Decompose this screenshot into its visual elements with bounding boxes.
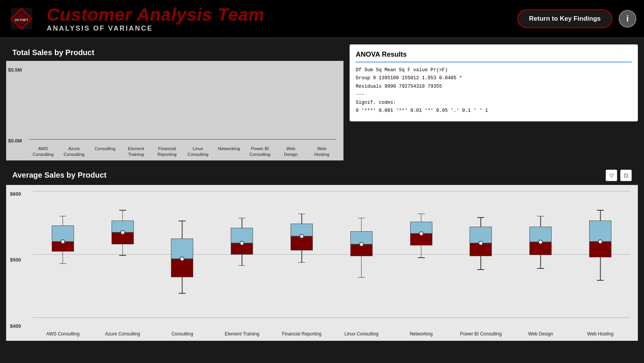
bar-chart-title: Total Sales by Product <box>12 48 94 57</box>
whisker-top-line <box>481 217 481 227</box>
whisker-bottom-line <box>481 256 481 269</box>
whisker-bottom-cap <box>477 269 484 270</box>
anova-title: ANOVA Results <box>356 51 632 62</box>
whisker-bottom-line <box>122 244 123 255</box>
whisker-bottom-cap <box>358 277 365 278</box>
bp-group <box>332 191 391 314</box>
whisker-top-cap <box>358 218 365 219</box>
whisker-bottom-cap <box>537 268 544 269</box>
bp-y-axis: $600 $500 $400 <box>10 191 21 329</box>
bp-group <box>33 191 93 314</box>
y-label-top: $0.5M <box>8 67 22 73</box>
median-dot <box>359 242 364 247</box>
bp-group <box>451 191 511 314</box>
main-content: Total Sales by Product $0.5M $0.0M AWS C… <box>0 38 644 347</box>
anova-code: Df Sum Sq Mean Sq F value Pr(>F) Group 9… <box>356 66 632 115</box>
bp-box-container <box>511 191 570 314</box>
boxplot-canvas: $600 $500 $400 <box>33 191 630 329</box>
bp-box-container <box>153 191 212 314</box>
bp-y-500: $500 <box>10 257 21 263</box>
filter-button[interactable]: ▽ <box>606 170 617 181</box>
whisker-bottom-line <box>361 256 362 277</box>
median-dot <box>61 239 65 244</box>
x-label: Linux Consulting <box>184 146 212 157</box>
bp-box-container <box>332 191 391 314</box>
app-title: Customer Analysis Team <box>47 5 517 25</box>
whisker-top-line <box>600 210 601 221</box>
whisker-top-cap <box>597 210 604 211</box>
median-dot <box>598 239 603 244</box>
bar-chart-header: Total Sales by Product <box>6 44 343 61</box>
boxplot-title: Average Sales by Product <box>12 171 107 180</box>
whisker-bottom-line <box>301 250 302 262</box>
whisker-top-line <box>242 218 243 228</box>
top-row: Total Sales by Product $0.5M $0.0M AWS C… <box>6 44 638 160</box>
box-lower <box>589 242 611 258</box>
whisker-bottom-cap <box>179 293 186 294</box>
logo-area: SKYNET <box>8 5 35 33</box>
median-dot <box>419 231 424 236</box>
whisker-bottom-cap <box>59 263 66 264</box>
expand-icon: ⊡ <box>624 172 628 178</box>
bp-box-container <box>93 191 153 314</box>
header-text: Customer Analysis Team ANALYSIS OF VARIA… <box>47 5 517 33</box>
box-lower <box>171 259 193 277</box>
bp-x-label: Web Hosting <box>570 331 630 337</box>
x-label: Networking <box>215 146 243 157</box>
box-upper <box>589 221 611 241</box>
bp-x-label: Azure Consulting <box>93 331 153 337</box>
info-button[interactable]: i <box>619 10 636 28</box>
bp-group <box>511 191 570 314</box>
return-to-key-findings-button[interactable]: Return to Key Findings <box>517 9 613 28</box>
whisker-top-line <box>301 214 302 224</box>
whisker-top-cap <box>298 214 305 214</box>
bar-chart-canvas: $0.5M $0.0M <box>29 67 336 144</box>
bp-group <box>212 191 272 314</box>
bars-row <box>29 67 336 140</box>
bar-chart-body: $0.5M $0.0M AWS ConsultingAzure Consulti… <box>6 61 343 160</box>
whisker-top-line <box>421 214 422 222</box>
whisker-top-cap <box>477 217 484 218</box>
x-label: Azure Consulting <box>60 146 88 157</box>
whisker-bottom-line <box>421 245 422 257</box>
whisker-top-line <box>122 210 123 221</box>
median-dot <box>538 240 543 244</box>
whisker-bottom-cap <box>119 255 126 256</box>
x-label: Web Design <box>277 146 305 157</box>
bar-chart-section: Total Sales by Product $0.5M $0.0M AWS C… <box>6 44 343 160</box>
bp-box-container <box>451 191 511 314</box>
x-label: Consulting <box>91 146 119 157</box>
x-label: Financial Reporting <box>153 146 181 157</box>
expand-button[interactable]: ⊡ <box>620 170 632 181</box>
bp-group <box>93 191 153 314</box>
header: SKYNET Customer Analysis Team ANALYSIS O… <box>0 0 644 38</box>
bp-box-container <box>33 191 93 314</box>
whisker-top-line <box>540 216 541 227</box>
x-labels-row: AWS ConsultingAzure ConsultingConsulting… <box>29 146 336 157</box>
whisker-top-cap <box>537 216 544 217</box>
bp-box-container <box>272 191 332 314</box>
bp-group <box>391 191 451 314</box>
bp-group <box>272 191 332 314</box>
bp-y-600: $600 <box>10 191 21 197</box>
bp-x-label: Power BI Consulting <box>451 331 511 337</box>
whisker-top-line <box>62 216 63 226</box>
bp-group <box>570 191 630 314</box>
x-label: Power BI Consulting <box>246 146 274 157</box>
whisker-bottom-cap <box>238 265 245 266</box>
median-dot <box>120 230 125 235</box>
boxplot-section: Average Sales by Product ▽ ⊡ $600 $500 $… <box>6 166 638 341</box>
median-dot <box>240 241 244 245</box>
svg-text:SKYNET: SKYNET <box>15 18 29 22</box>
whisker-top-cap <box>59 216 66 217</box>
x-label: AWS Consulting <box>29 146 57 157</box>
whisker-bottom-cap <box>597 280 604 281</box>
bp-x-label: Consulting <box>153 331 212 337</box>
bp-x-label: AWS Consulting <box>33 331 93 337</box>
x-label: Web Hosting <box>308 146 336 157</box>
whisker-bottom-line <box>540 255 541 268</box>
whisker-bottom-line <box>182 277 183 293</box>
median-dot <box>478 241 483 245</box>
page-subtitle: ANALYSIS OF VARIANCE <box>47 25 517 33</box>
whisker-bottom-cap <box>418 257 425 258</box>
